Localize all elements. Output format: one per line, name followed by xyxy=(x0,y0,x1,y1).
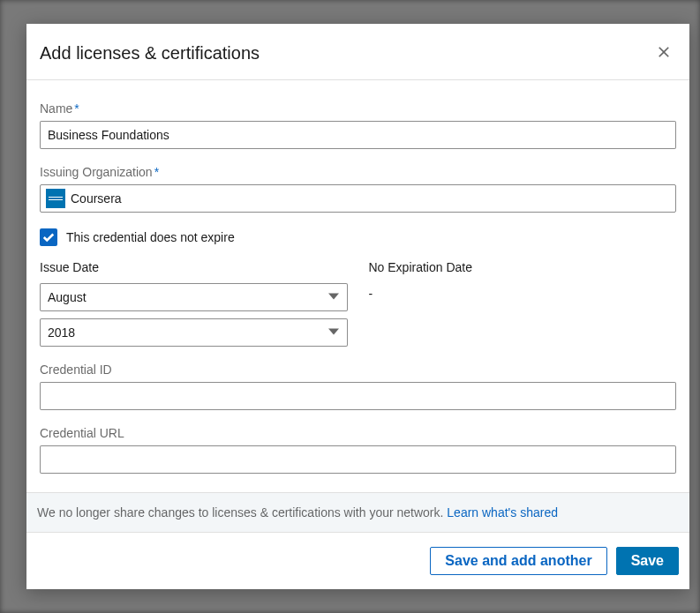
learn-shared-link[interactable]: Learn what's shared xyxy=(447,505,558,520)
org-group: Issuing Organization* xyxy=(40,165,676,213)
save-and-add-another-button[interactable]: Save and add another xyxy=(430,547,606,575)
issue-year-select[interactable]: 2018 xyxy=(40,318,348,347)
credential-url-input[interactable] xyxy=(40,445,676,474)
credential-url-label: Credential URL xyxy=(40,426,676,440)
issue-date-label: Issue Date xyxy=(40,260,348,274)
no-expire-row: This credential does not expire xyxy=(40,228,676,246)
expiration-col: No Expiration Date - xyxy=(369,260,677,354)
no-expire-label: This credential does not expire xyxy=(66,230,235,244)
modal-title: Add licenses & certifications xyxy=(40,43,260,64)
add-license-modal: Add licenses & certifications Name* Issu… xyxy=(26,24,689,589)
org-input-wrapper[interactable] xyxy=(40,184,676,213)
name-input[interactable] xyxy=(40,121,676,149)
expiration-value: - xyxy=(369,283,677,301)
date-row: Issue Date August 2018 xyxy=(40,260,676,354)
close-icon xyxy=(655,43,673,61)
modal-body: Name* Issuing Organization* This credent… xyxy=(26,80,689,492)
no-expire-checkbox[interactable] xyxy=(40,228,57,246)
credential-id-label: Credential ID xyxy=(40,363,676,377)
issue-date-col: Issue Date August 2018 xyxy=(40,260,348,354)
org-label: Issuing Organization* xyxy=(40,165,676,179)
credential-id-input[interactable] xyxy=(40,382,676,410)
modal-header: Add licenses & certifications xyxy=(26,24,689,80)
check-icon xyxy=(42,231,55,243)
org-input[interactable] xyxy=(71,191,670,206)
info-text: We no longer share changes to licenses &… xyxy=(37,505,447,520)
credential-url-group: Credential URL xyxy=(40,426,676,474)
name-label: Name* xyxy=(40,101,676,116)
name-group: Name* xyxy=(40,101,676,149)
save-button[interactable]: Save xyxy=(616,547,679,575)
expiration-label: No Expiration Date xyxy=(369,260,677,274)
close-button[interactable] xyxy=(651,40,676,67)
coursera-logo-icon xyxy=(46,189,65,208)
modal-footer: Save and add another Save xyxy=(26,533,689,589)
credential-id-group: Credential ID xyxy=(40,363,676,410)
info-bar: We no longer share changes to licenses &… xyxy=(26,492,689,533)
issue-month-select[interactable]: August xyxy=(40,283,348,311)
